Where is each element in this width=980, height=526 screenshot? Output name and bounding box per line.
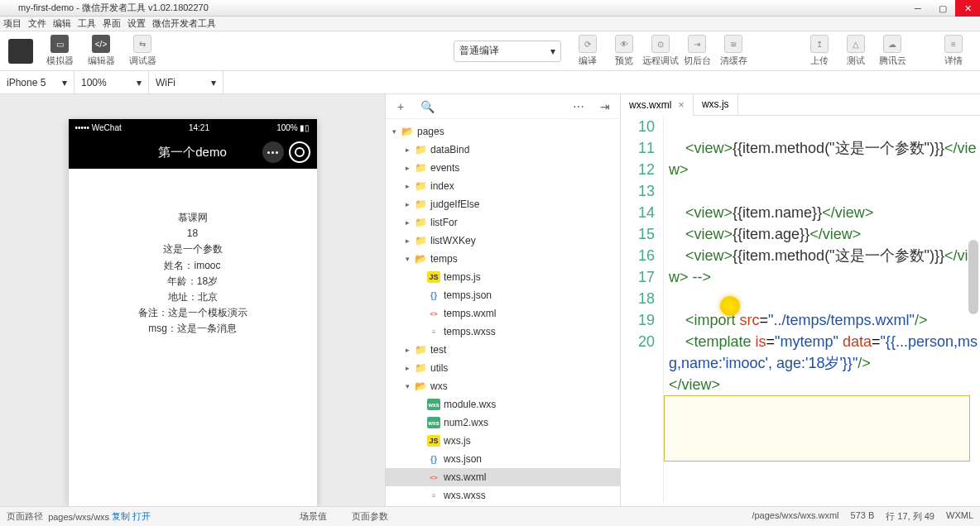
json-icon: {} bbox=[427, 453, 440, 465]
tree-item-judgeIfElse[interactable]: ▸judgeIfElse bbox=[386, 195, 620, 213]
tree-label: index bbox=[430, 180, 454, 192]
folder-icon bbox=[414, 217, 427, 228]
tree-item-utils[interactable]: ▸utils bbox=[386, 359, 620, 377]
line-number: 14 bbox=[621, 202, 655, 223]
simulator-button[interactable]: ▭模拟器 bbox=[41, 33, 78, 69]
phone-title: 第一个demo bbox=[158, 145, 227, 160]
tree-item-temps.wxss[interactable]: ≡temps.wxss bbox=[386, 323, 620, 341]
phone-line: 姓名：imooc bbox=[85, 258, 300, 274]
scene-label[interactable]: 场景值 bbox=[300, 510, 327, 523]
preview-button[interactable]: 👁预览 bbox=[606, 33, 642, 69]
zoom-select[interactable]: 100%▾ bbox=[74, 71, 149, 94]
remote-debug-button[interactable]: ⊙远程调试 bbox=[642, 33, 679, 69]
tree-item-module.wxs[interactable]: wxsmodule.wxs bbox=[386, 395, 620, 414]
more-menu-icon[interactable]: ⋯ bbox=[570, 98, 587, 115]
tree-label: listFor bbox=[430, 217, 458, 228]
search-file-button[interactable]: 🔍 bbox=[419, 98, 435, 115]
tree-item-pages[interactable]: ▾pages bbox=[386, 122, 620, 141]
line-number: 17 bbox=[621, 266, 655, 288]
open-link[interactable]: 打开 bbox=[132, 510, 151, 523]
avatar[interactable] bbox=[8, 39, 33, 64]
wxml-icon: <> bbox=[427, 308, 440, 319]
folder-icon bbox=[414, 162, 427, 174]
menu-文件[interactable]: 文件 bbox=[28, 17, 46, 30]
line-number: 15 bbox=[621, 223, 655, 245]
background-button[interactable]: ⇥切后台 bbox=[679, 33, 715, 69]
phone-nav-bar: 第一个demo bbox=[69, 136, 317, 169]
tree-item-temps.js[interactable]: JStemps.js bbox=[386, 268, 620, 286]
wxss-icon: ≡ bbox=[427, 490, 440, 501]
phone-line: 地址：北京 bbox=[85, 289, 300, 305]
tree-item-temps.json[interactable]: {}temps.json bbox=[386, 286, 620, 304]
menu-设置[interactable]: 设置 bbox=[127, 17, 146, 30]
tree-item-wxs.wxss[interactable]: ≡wxs.wxss bbox=[386, 486, 620, 504]
tree-label: listWXKey bbox=[430, 235, 476, 246]
js-icon: JS bbox=[427, 271, 440, 283]
tree-item-temps[interactable]: ▾temps bbox=[386, 250, 620, 268]
vertical-scrollbar[interactable] bbox=[968, 240, 978, 314]
menu-微信开发者工具[interactable]: 微信开发者工具 bbox=[152, 17, 216, 30]
window-minimize[interactable]: ─ bbox=[906, 0, 930, 17]
menu-项目[interactable]: 项目 bbox=[3, 17, 22, 30]
test-button[interactable]: △测试 bbox=[838, 33, 874, 69]
file-tree[interactable]: ▾pages▸dataBind▸events▸index▸judgeIfElse… bbox=[386, 119, 620, 506]
collapse-icon[interactable]: ⇥ bbox=[597, 98, 613, 115]
tree-item-wxs[interactable]: ▾wxs bbox=[386, 377, 620, 395]
cloud-button[interactable]: ☁腾讯云 bbox=[874, 33, 910, 69]
chevron-down-icon: ▾ bbox=[62, 77, 67, 88]
chevron-down-icon: ▾ bbox=[550, 45, 555, 57]
debugger-button[interactable]: ⇆调试器 bbox=[124, 33, 161, 69]
wxss-icon: ≡ bbox=[427, 326, 440, 337]
code-content[interactable]: <view>{{item.method("这是一个参数")}}</view> <… bbox=[664, 116, 980, 506]
tree-label: wxs.wxml bbox=[444, 471, 486, 483]
tab-wxs.wxml[interactable]: wxs.wxml× bbox=[621, 94, 694, 116]
tree-item-test[interactable]: ▸test bbox=[386, 341, 620, 359]
phone-battery: 100% bbox=[276, 123, 298, 132]
details-button[interactable]: ≡详情 bbox=[935, 33, 972, 69]
upload-button[interactable]: ↥上传 bbox=[801, 33, 838, 69]
capsule-close-icon[interactable] bbox=[289, 141, 310, 163]
menu-界面[interactable]: 界面 bbox=[103, 17, 121, 30]
folder-icon bbox=[414, 235, 427, 246]
tree-item-index[interactable]: ▸index bbox=[386, 177, 620, 195]
code-area[interactable]: 1011121314151617181920 <view>{{item.meth… bbox=[621, 116, 980, 506]
menu-编辑[interactable]: 编辑 bbox=[53, 17, 71, 30]
editor-button[interactable]: </>编辑器 bbox=[83, 33, 119, 69]
tree-item-wxs.wxml[interactable]: <>wxs.wxml bbox=[386, 468, 620, 486]
toolbar: ▭模拟器 </>编辑器 ⇆调试器 普通编译▾ ⟳编译 👁预览 ⊙远程调试 ⇥切后… bbox=[0, 31, 980, 71]
wxml-icon: <> bbox=[427, 471, 440, 483]
tree-item-wxs.js[interactable]: JSwxs.js bbox=[386, 432, 620, 450]
tree-item-dataBind[interactable]: ▸dataBind bbox=[386, 141, 620, 159]
menu-工具[interactable]: 工具 bbox=[78, 17, 96, 30]
params-label[interactable]: 页面参数 bbox=[352, 510, 388, 523]
device-select[interactable]: iPhone 5▾ bbox=[0, 71, 74, 94]
folder-open-icon bbox=[414, 380, 427, 392]
capsule-menu-icon[interactable] bbox=[262, 141, 284, 163]
window-maximize[interactable]: ▢ bbox=[930, 0, 955, 17]
phone-line: 慕课网 bbox=[85, 210, 300, 226]
line-number: 11 bbox=[621, 137, 655, 159]
tree-item-listWXKey[interactable]: ▸listWXKey bbox=[386, 232, 620, 250]
add-file-button[interactable]: + bbox=[392, 98, 409, 115]
tree-item-temps.wxml[interactable]: <>temps.wxml bbox=[386, 304, 620, 323]
titlebar: my-first-demo - 微信开发者工具 v1.02.1802270 ─ … bbox=[0, 0, 980, 17]
tab-wxs.js[interactable]: wxs.js bbox=[694, 93, 738, 115]
folder-icon bbox=[414, 198, 427, 210]
tree-label: temps.json bbox=[444, 289, 492, 301]
compile-mode-select[interactable]: 普通编译▾ bbox=[454, 41, 561, 62]
tree-item-wxs.json[interactable]: {}wxs.json bbox=[386, 450, 620, 468]
menubar: 项目文件编辑工具界面设置微信开发者工具 bbox=[0, 17, 980, 31]
tree-label: num2.wxs bbox=[444, 417, 488, 428]
clear-cache-button[interactable]: ≋清缓存 bbox=[715, 33, 752, 69]
tree-item-listFor[interactable]: ▸listFor bbox=[386, 213, 620, 232]
phone-line: 年龄：18岁 bbox=[85, 274, 300, 289]
tree-item-events[interactable]: ▸events bbox=[386, 159, 620, 177]
tree-item-num2.wxs[interactable]: wxsnum2.wxs bbox=[386, 414, 620, 432]
close-icon[interactable]: × bbox=[678, 98, 685, 111]
window-close[interactable]: ✕ bbox=[955, 0, 980, 17]
tree-label: dataBind bbox=[430, 144, 469, 155]
copy-link[interactable]: 复制 bbox=[112, 510, 130, 523]
json-icon: {} bbox=[427, 289, 440, 301]
network-select[interactable]: WiFi▾ bbox=[149, 71, 223, 94]
compile-button[interactable]: ⟳编译 bbox=[569, 33, 606, 69]
